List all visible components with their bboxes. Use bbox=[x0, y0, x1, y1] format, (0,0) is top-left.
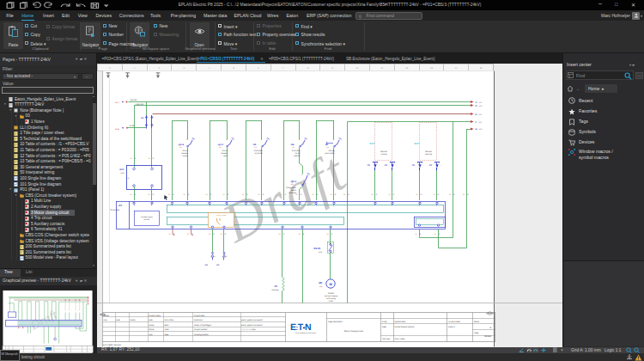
svg-text:2: 2 bbox=[226, 138, 227, 141]
svg-text:-Y5: -Y5 bbox=[274, 285, 278, 288]
svg-text:1: 1 bbox=[136, 187, 137, 190]
svg-text:M: M bbox=[329, 283, 331, 286]
svg-text:Motor closing circuit: Motor closing circuit bbox=[344, 330, 363, 333]
svg-text:Name: Name bbox=[131, 319, 137, 321]
svg-text:blocking: blocking bbox=[272, 289, 280, 291]
svg-text:1: 1 bbox=[303, 144, 304, 146]
svg-text:15/160: 15/160 bbox=[484, 335, 491, 338]
svg-text:1a: 1a bbox=[226, 255, 228, 258]
svg-text:2: 2 bbox=[299, 138, 300, 141]
svg-text:-S4: -S4 bbox=[290, 144, 295, 146]
svg-text:-Q1.4: -Q1.4 bbox=[178, 144, 184, 146]
svg-text:Drawing number: Drawing number bbox=[194, 333, 209, 336]
svg-text:Status: Status bbox=[104, 315, 110, 317]
svg-text:-Q1.3: -Q1.3 bbox=[217, 144, 223, 146]
svg-text:-K12: -K12 bbox=[119, 168, 125, 171]
svg-text:Auxiliary supply: Auxiliary supply bbox=[141, 216, 153, 218]
svg-text:1: 1 bbox=[337, 144, 338, 146]
svg-text:1: 1 bbox=[136, 167, 137, 169]
svg-text:23-1-2025: 23-1-2025 bbox=[165, 319, 174, 321]
svg-text:switch: switch bbox=[291, 189, 297, 192]
svg-text:Page: Page bbox=[474, 332, 479, 334]
svg-text:and closing: and closing bbox=[326, 297, 337, 300]
svg-text:EXT: EXT bbox=[370, 142, 375, 145]
svg-text:closed: closed bbox=[182, 155, 188, 157]
svg-text:Date: Date bbox=[149, 319, 154, 321]
svg-text:Eaton_Eplan Live Event: Eaton_Eplan Live Event bbox=[241, 324, 263, 327]
svg-text:open: open bbox=[223, 155, 228, 157]
svg-text:Check.: Check. bbox=[149, 328, 155, 331]
svg-text:Remote: Remote bbox=[380, 150, 387, 153]
svg-text:=: = bbox=[396, 165, 397, 167]
svg-text:Circuit breaker system: Circuit breaker system bbox=[395, 326, 415, 328]
svg-text:-X1: -X1 bbox=[428, 164, 432, 167]
svg-text:Date: Date bbox=[116, 319, 121, 321]
svg-text:-K9-X1: -K9-X1 bbox=[313, 247, 321, 250]
svg-text:CBS: CBS bbox=[382, 326, 386, 328]
svg-text:Project number: Project number bbox=[194, 328, 208, 331]
svg-text:Controller: Controller bbox=[111, 209, 120, 211]
svg-text:-X1: -X1 bbox=[204, 264, 209, 266]
svg-text:SSB: SSB bbox=[165, 333, 169, 336]
svg-text:24V DC: 24V DC bbox=[143, 218, 150, 221]
svg-text:Drawn: Drawn bbox=[149, 324, 155, 327]
svg-text:1: 1 bbox=[230, 144, 231, 146]
svg-text:Changeover: Changeover bbox=[286, 187, 296, 189]
svg-text:1: 1 bbox=[191, 144, 191, 146]
svg-text:System data: System data bbox=[395, 321, 406, 323]
svg-text:Xiria Family: Xiria Family bbox=[395, 338, 406, 340]
svg-text:Name of switchgear: Name of switchgear bbox=[194, 324, 212, 327]
svg-text:RSN: RSN bbox=[165, 328, 169, 331]
svg-text:EAR rights reserved: EAR rights reserved bbox=[103, 344, 121, 346]
svg-text:Rev.: Rev. bbox=[104, 319, 108, 321]
svg-text:24-A: 24-A bbox=[115, 101, 119, 104]
svg-text:=: = bbox=[423, 165, 424, 167]
svg-text:-Q2.3: -Q2.3 bbox=[290, 180, 296, 183]
svg-text:Controlled: Controlled bbox=[254, 150, 264, 152]
svg-text:E: E bbox=[476, 113, 477, 116]
svg-text:Location data: Location data bbox=[448, 321, 461, 323]
svg-text:-X1: -X1 bbox=[411, 164, 415, 167]
svg-text:-L24V DC: -L24V DC bbox=[136, 103, 144, 106]
svg-text:Circuit: Circuit bbox=[183, 150, 189, 152]
svg-text:Powering Business Worldwide: Powering Business Worldwide bbox=[295, 332, 316, 334]
svg-text:Closing: Closing bbox=[329, 150, 336, 152]
svg-text:-M1: -M1 bbox=[319, 281, 323, 285]
svg-text:=: = bbox=[440, 165, 441, 167]
svg-text:Sheet: Sheet bbox=[474, 321, 479, 323]
svg-text:breaker: breaker bbox=[221, 152, 228, 155]
svg-text:Eaton_Eplan Live Event: Eaton_Eplan Live Event bbox=[241, 319, 263, 321]
svg-text:1: 1 bbox=[265, 144, 266, 146]
svg-text:24VDC: 24VDC bbox=[328, 292, 334, 295]
svg-text:EXT: EXT bbox=[415, 142, 420, 145]
svg-text:-K7: -K7 bbox=[118, 204, 123, 207]
svg-text:Inst. type: Inst. type bbox=[382, 338, 391, 340]
svg-text:push-button: push-button bbox=[325, 152, 335, 155]
svg-text:Code: Code bbox=[382, 321, 387, 323]
svg-text:Circuit: Circuit bbox=[222, 150, 228, 152]
svg-text:remote ready: remote ready bbox=[216, 214, 227, 217]
svg-text:closing: closing bbox=[381, 153, 388, 156]
svg-text:Customer: Customer bbox=[194, 319, 203, 321]
svg-text:+24V DC: +24V DC bbox=[130, 99, 137, 101]
svg-text:by the: by the bbox=[295, 152, 301, 155]
svg-text:Controlled: Controlled bbox=[292, 150, 301, 152]
svg-text:motor: motor bbox=[329, 300, 334, 303]
svg-text:breaker: breaker bbox=[181, 152, 188, 155]
svg-text:=: = bbox=[379, 165, 380, 167]
svg-text:-X1: -X1 bbox=[216, 264, 221, 266]
svg-text:1: 1 bbox=[154, 167, 155, 169]
svg-text:-X1: -X1 bbox=[367, 164, 370, 167]
svg-text:spring charging: spring charging bbox=[325, 295, 338, 297]
svg-text:-X1: -X1 bbox=[384, 164, 387, 167]
svg-text:D: D bbox=[476, 105, 477, 107]
svg-text:Page description: Page description bbox=[328, 321, 343, 323]
svg-text:24-B: 24-B bbox=[115, 128, 119, 131]
svg-text:Panel 1: Panel 1 bbox=[448, 326, 456, 328]
svg-text:Remote: Remote bbox=[425, 150, 432, 153]
svg-text:Appr.: Appr. bbox=[149, 333, 154, 336]
svg-text:Creation data: Creation data bbox=[149, 315, 161, 317]
svg-text:by the S0: by the S0 bbox=[255, 152, 264, 155]
svg-text:BRC: BRC bbox=[165, 324, 169, 327]
svg-text:opening: opening bbox=[425, 153, 433, 156]
